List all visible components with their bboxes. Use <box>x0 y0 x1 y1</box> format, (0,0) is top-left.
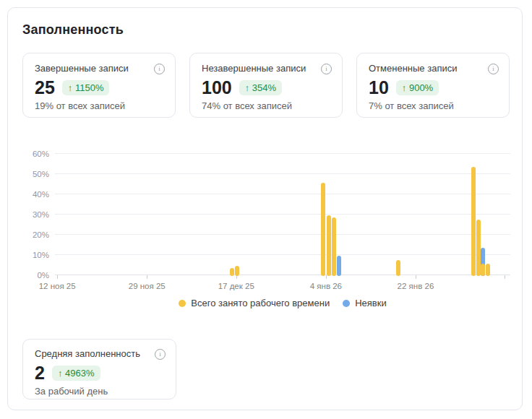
chart-legend: Всего занято рабочего времениНеявки <box>55 298 510 308</box>
summary-card-average-occupancy: Средняя заполненность i 2 ↑ 4963% За раб… <box>22 339 176 399</box>
axis-tick <box>57 275 58 279</box>
gridline <box>55 153 510 154</box>
x-axis-label: 4 янв 26 <box>310 282 342 290</box>
bar-occupied[interactable] <box>327 215 331 276</box>
stat-card-value: 10 <box>369 78 389 98</box>
y-axis-label: 40% <box>20 189 49 199</box>
gridline <box>55 234 510 235</box>
bar-occupied[interactable] <box>481 264 485 276</box>
gridline <box>55 194 510 194</box>
stat-card-value: 25 <box>35 78 55 98</box>
delta-badge: ↑ 354% <box>239 80 282 95</box>
bar-occupied[interactable] <box>486 264 490 276</box>
x-axis-label: 12 ноя 25 <box>39 282 76 290</box>
stat-card-label: Средняя заполненность <box>35 348 140 359</box>
x-axis-label: 29 ноя 25 <box>129 282 166 290</box>
info-icon[interactable]: i <box>488 64 499 74</box>
gridline <box>55 254 510 255</box>
legend-item-occupied[interactable]: Всего занято рабочего времени <box>179 298 330 308</box>
info-icon[interactable]: i <box>155 349 166 360</box>
delta-badge: ↑ 900% <box>396 80 439 95</box>
bar-occupied[interactable] <box>471 167 476 276</box>
gridline <box>55 275 510 275</box>
y-axis-label: 30% <box>20 209 49 220</box>
stat-card-value: 100 <box>202 78 232 98</box>
y-axis-label: 60% <box>20 149 49 159</box>
page-title: Заполненность <box>22 22 124 38</box>
stat-card-completed: Завершенные записи i 25 ↑ 1150% 19% от в… <box>22 53 176 118</box>
stat-card-label: Незавершенные записи <box>202 63 306 74</box>
info-icon[interactable]: i <box>321 64 332 74</box>
axis-tick <box>326 275 327 279</box>
bar-occupied[interactable] <box>230 268 234 276</box>
stat-cards-row: Завершенные записи i 25 ↑ 1150% 19% от в… <box>22 53 510 118</box>
bar-occupied[interactable] <box>332 217 336 276</box>
stat-card-subtitle: 74% от всех записей <box>202 100 332 111</box>
x-axis-label: 17 дек 25 <box>218 282 254 290</box>
bar-occupied[interactable] <box>321 183 325 276</box>
legend-dot <box>343 300 350 307</box>
stat-card-subtitle: За рабочий день <box>35 386 166 397</box>
stat-card-cancelled: Отмененные записи i 10 ↑ 900% 7% от всех… <box>356 53 510 118</box>
gridline <box>55 173 510 174</box>
y-axis-label: 0% <box>20 270 49 280</box>
bar-occupied[interactable] <box>235 266 239 276</box>
y-axis-label: 20% <box>20 230 49 240</box>
axis-tick <box>147 275 147 279</box>
axis-tick <box>416 275 416 279</box>
stat-card-subtitle: 7% от всех записей <box>369 100 499 111</box>
occupancy-chart: 0%10%20%30%40%50%60%12 ноя 2529 ноя 2517… <box>22 154 510 320</box>
stat-card-incomplete: Незавершенные записи i 100 ↑ 354% 74% от… <box>189 53 343 118</box>
delta-badge: ↑ 4963% <box>52 366 100 381</box>
bar-no-show[interactable] <box>337 256 341 276</box>
stat-card-subtitle: 19% от всех записей <box>35 100 165 111</box>
delta-badge: ↑ 1150% <box>62 80 110 95</box>
legend-label: Неявки <box>355 298 387 308</box>
bar-occupied[interactable] <box>396 260 400 276</box>
legend-label: Всего занято рабочего времени <box>191 298 330 308</box>
y-axis-label: 50% <box>20 169 49 179</box>
gridline <box>55 214 510 215</box>
legend-dot <box>179 300 186 307</box>
stat-card-label: Завершенные записи <box>35 63 129 74</box>
occupancy-panel: Заполненность Завершенные записи i 25 ↑ … <box>7 7 523 410</box>
axis-tick <box>505 275 505 279</box>
stat-card-label: Отмененные записи <box>369 63 457 74</box>
chart-plot: 0%10%20%30%40%50%60%12 ноя 2529 ноя 2517… <box>55 154 510 275</box>
stat-card-value: 2 <box>35 363 45 383</box>
legend-item-no-show[interactable]: Неявки <box>343 298 387 308</box>
x-axis-label: 22 янв 26 <box>398 282 434 290</box>
y-axis-label: 10% <box>20 250 49 260</box>
bar-occupied[interactable] <box>476 220 481 276</box>
info-icon[interactable]: i <box>154 64 165 74</box>
